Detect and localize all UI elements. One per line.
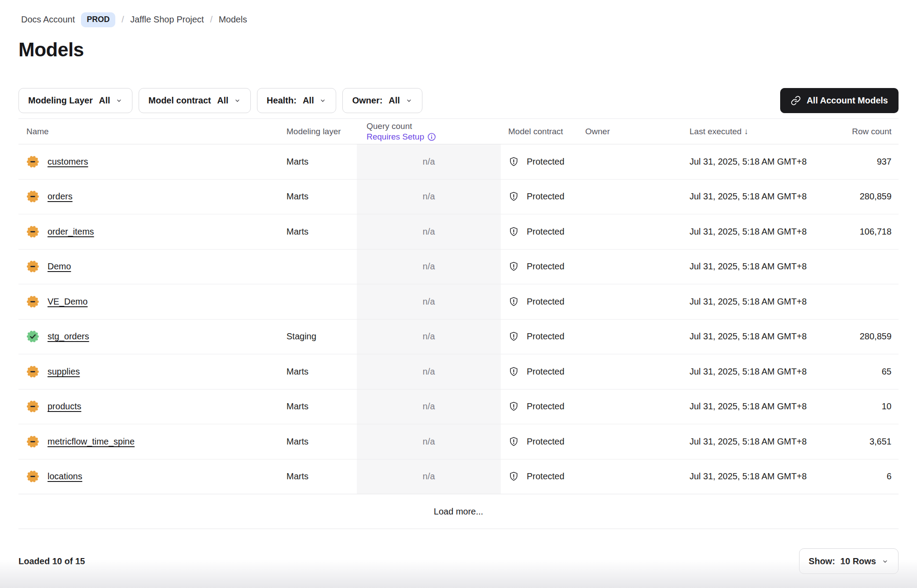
- query-count-value: n/a: [423, 331, 435, 342]
- last-executed-cell: Jul 31, 2025, 5:18 AM GMT+8: [663, 331, 809, 342]
- filter-health[interactable]: Health: All: [257, 88, 336, 113]
- modeling-layer-cell: Marts: [286, 437, 357, 447]
- last-executed-cell: Jul 31, 2025, 5:18 AM GMT+8: [663, 297, 809, 307]
- model-status-icon: [26, 295, 39, 308]
- filter-label: Modeling Layer: [28, 96, 93, 106]
- query-count-value: n/a: [423, 401, 435, 412]
- model-contract-value: Protected: [527, 261, 565, 272]
- show-rows-label: Show:: [809, 556, 835, 566]
- last-executed-cell: Jul 31, 2025, 5:18 AM GMT+8: [663, 367, 809, 377]
- breadcrumb-project[interactable]: Jaffle Shop Project: [130, 15, 204, 25]
- header-last-executed[interactable]: Last executed↓: [663, 127, 809, 136]
- show-rows-dropdown[interactable]: Show: 10 Rows: [799, 548, 899, 574]
- row-count-cell: 280,859: [809, 191, 899, 202]
- row-count-cell: 3,651: [809, 437, 899, 447]
- query-count-cell: n/a: [357, 180, 501, 214]
- last-executed-cell: Jul 31, 2025, 5:18 AM GMT+8: [663, 191, 809, 202]
- footer: Loaded 10 of 15 Show: 10 Rows: [18, 529, 899, 574]
- query-count-value: n/a: [423, 157, 435, 167]
- environment-badge: PROD: [81, 12, 115, 27]
- model-name-link[interactable]: products: [48, 401, 81, 412]
- model-contract-cell: Protected: [501, 296, 585, 307]
- query-count-cell: n/a: [357, 214, 501, 249]
- header-model-contract: Model contract: [501, 127, 585, 136]
- table-row: metricflow_time_spine Marts n/a Protecte…: [18, 424, 899, 459]
- shield-exclamation-icon: [508, 296, 519, 307]
- header-last-executed-label: Last executed: [690, 127, 741, 136]
- last-executed-cell: Jul 31, 2025, 5:18 AM GMT+8: [663, 227, 809, 237]
- breadcrumb: Docs Account PROD / Jaffle Shop Project …: [21, 12, 899, 27]
- modeling-layer-cell: Marts: [286, 367, 357, 377]
- toolbar: Modeling Layer All Model contract All He…: [18, 88, 899, 113]
- query-count-cell: n/a: [357, 284, 501, 319]
- query-count-value: n/a: [423, 471, 435, 481]
- last-executed-cell: Jul 31, 2025, 5:18 AM GMT+8: [663, 261, 809, 272]
- link-icon: [791, 96, 801, 106]
- breadcrumb-current: Models: [219, 15, 247, 25]
- header-owner: Owner: [585, 127, 663, 136]
- requires-setup-link[interactable]: Requires Setup: [367, 132, 501, 142]
- model-name-link[interactable]: locations: [48, 471, 82, 481]
- filter-value: All: [99, 96, 110, 106]
- model-contract-value: Protected: [527, 191, 565, 202]
- row-count-cell: 65: [809, 367, 899, 377]
- shield-exclamation-icon: [508, 471, 519, 482]
- model-contract-value: Protected: [527, 437, 565, 447]
- breadcrumb-separator: /: [210, 15, 213, 25]
- table-row: order_items Marts n/a Protected Jul 31, …: [18, 214, 899, 250]
- all-account-models-button[interactable]: All Account Models: [780, 88, 899, 113]
- header-row-count: Row count: [809, 127, 899, 136]
- model-contract-value: Protected: [527, 471, 565, 481]
- filter-label: Health:: [267, 96, 297, 106]
- row-count-cell: 106,718: [809, 227, 899, 237]
- filter-modeling-layer[interactable]: Modeling Layer All: [18, 88, 132, 113]
- shield-exclamation-icon: [508, 156, 519, 167]
- model-status-icon: [26, 260, 39, 273]
- model-status-icon: [26, 400, 39, 413]
- model-status-icon: [26, 155, 39, 168]
- load-more-button[interactable]: Load more...: [434, 507, 483, 517]
- query-count-cell: n/a: [357, 354, 501, 389]
- model-status-icon: [26, 470, 39, 483]
- shield-exclamation-icon: [508, 436, 519, 447]
- model-name-link[interactable]: VE_Demo: [48, 297, 88, 307]
- row-count-cell: 10: [809, 401, 899, 412]
- last-executed-cell: Jul 31, 2025, 5:18 AM GMT+8: [663, 471, 809, 481]
- table-header-row: Name Modeling layer Query count Requires…: [18, 119, 899, 144]
- model-contract-cell: Protected: [501, 436, 585, 447]
- model-name-link[interactable]: stg_orders: [48, 331, 89, 342]
- query-count-value: n/a: [423, 297, 435, 307]
- model-name-link[interactable]: Demo: [48, 261, 71, 272]
- filter-label: Model contract: [148, 96, 211, 106]
- model-contract-cell: Protected: [501, 331, 585, 342]
- filter-value: All: [303, 96, 314, 106]
- model-name-link[interactable]: supplies: [48, 367, 80, 377]
- table-row: locations Marts n/a Protected Jul 31, 20…: [18, 459, 899, 495]
- model-contract-value: Protected: [527, 331, 565, 342]
- header-query-count-label: Query count: [367, 121, 501, 131]
- models-table: Name Modeling layer Query count Requires…: [18, 118, 899, 529]
- model-name-link[interactable]: orders: [48, 191, 73, 202]
- info-icon: [427, 132, 436, 141]
- chevron-down-icon: [405, 97, 413, 104]
- query-count-value: n/a: [423, 191, 435, 202]
- filter-model-contract[interactable]: Model contract All: [139, 88, 251, 113]
- row-count-cell: 937: [809, 157, 899, 167]
- shield-exclamation-icon: [508, 191, 519, 202]
- row-count-cell: 6: [809, 471, 899, 481]
- model-name-link[interactable]: metricflow_time_spine: [48, 437, 135, 447]
- modeling-layer-cell: Marts: [286, 191, 357, 202]
- loaded-count-text: Loaded 10 of 15: [18, 556, 85, 566]
- model-name-link[interactable]: customers: [48, 157, 88, 167]
- model-contract-cell: Protected: [501, 261, 585, 272]
- modeling-layer-cell: Marts: [286, 401, 357, 412]
- chevron-down-icon: [319, 97, 326, 104]
- model-contract-cell: Protected: [501, 191, 585, 202]
- breadcrumb-account[interactable]: Docs Account: [21, 15, 75, 25]
- header-modeling-layer: Modeling layer: [286, 127, 357, 136]
- model-status-icon: [26, 190, 39, 203]
- model-name-link[interactable]: order_items: [48, 227, 94, 237]
- filter-owner[interactable]: Owner: All: [342, 88, 422, 113]
- query-count-value: n/a: [423, 261, 435, 272]
- last-executed-cell: Jul 31, 2025, 5:18 AM GMT+8: [663, 157, 809, 167]
